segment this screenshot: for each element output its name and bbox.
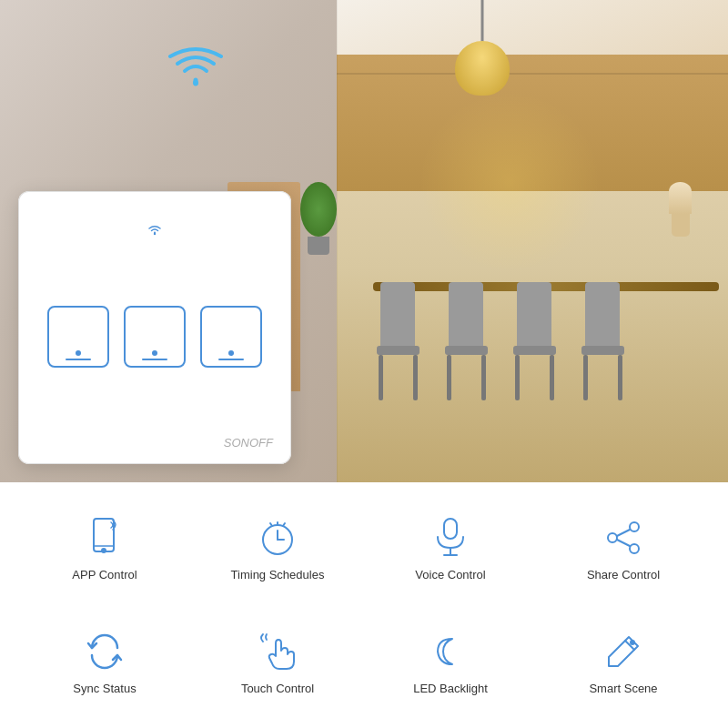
svg-line-17	[617, 530, 630, 536]
feature-app-control[interactable]: APP Control	[18, 491, 191, 605]
feature-touch-control[interactable]: Touch Control	[191, 605, 364, 719]
wifi-icon-panel	[147, 223, 163, 238]
touch-control-label: Touch Control	[241, 682, 314, 695]
kitchen-lamp	[455, 0, 510, 100]
svg-point-15	[608, 533, 617, 542]
svg-line-10	[270, 523, 272, 526]
share-control-icon	[601, 515, 646, 561]
sonoff-brand-label: SONOFF	[224, 436, 273, 450]
switch-button-2[interactable]	[124, 306, 186, 368]
timing-schedules-label: Timing Schedules	[231, 568, 325, 581]
feature-led-backlight[interactable]: LED Backlight	[364, 605, 537, 719]
feature-share-control[interactable]: Share Control	[537, 491, 710, 605]
plant	[300, 182, 337, 255]
led-backlight-icon	[428, 629, 473, 674]
share-control-label: Share Control	[587, 568, 660, 581]
touch-control-icon	[255, 629, 300, 674]
kitchen-table-area	[355, 237, 728, 464]
hero-left-panel: SONOFF	[0, 0, 337, 482]
svg-line-18	[617, 540, 630, 546]
vase	[669, 182, 692, 237]
sync-status-label: Sync Status	[73, 682, 136, 695]
voice-control-icon	[428, 515, 473, 561]
features-grid: APP Control Timing Schedules Voice	[0, 482, 728, 728]
svg-rect-11	[444, 519, 457, 539]
feature-voice-control[interactable]: Voice Control	[364, 491, 537, 605]
smart-scene-label: Smart Scene	[589, 682, 657, 695]
app-control-label: APP Control	[72, 568, 136, 581]
svg-point-0	[193, 80, 198, 86]
svg-point-1	[154, 233, 156, 235]
switch-button-3[interactable]	[200, 306, 262, 368]
app-control-icon	[82, 515, 127, 561]
switch-buttons-row	[47, 306, 262, 368]
led-backlight-label: LED Backlight	[413, 682, 488, 695]
svg-line-9	[283, 523, 285, 526]
svg-point-4	[102, 549, 106, 552]
feature-timing-schedules[interactable]: Timing Schedules	[191, 491, 364, 605]
hero-section: SONOFF	[0, 0, 728, 482]
voice-control-label: Voice Control	[415, 568, 485, 581]
hero-right-panel	[337, 0, 728, 482]
wifi-float-icon	[168, 46, 223, 99]
feature-sync-status[interactable]: Sync Status	[18, 605, 191, 719]
svg-point-20	[631, 641, 634, 644]
switch-button-1[interactable]	[47, 306, 109, 368]
sync-status-icon	[82, 629, 127, 674]
switch-panel: SONOFF	[18, 191, 291, 464]
svg-point-16	[630, 544, 639, 553]
timing-schedules-icon	[255, 515, 300, 561]
smart-scene-icon	[601, 629, 646, 674]
svg-point-14	[630, 522, 639, 531]
feature-smart-scene[interactable]: Smart Scene	[537, 605, 710, 719]
